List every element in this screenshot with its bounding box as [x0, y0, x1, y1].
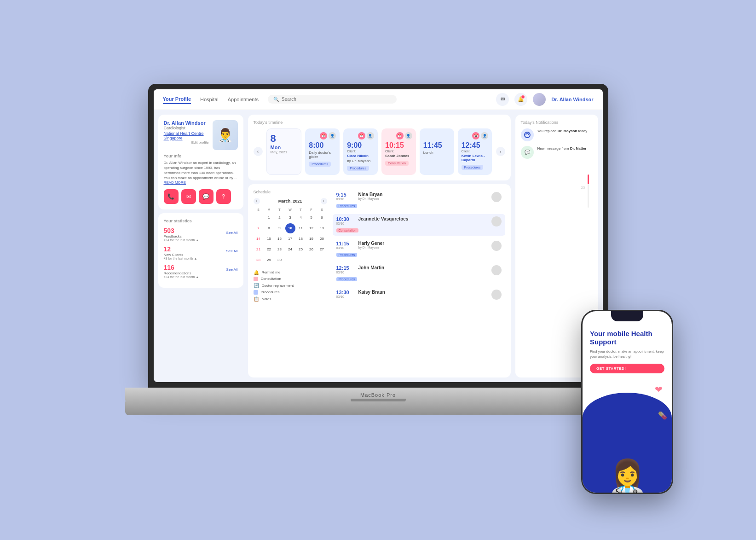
- phone-button[interactable]: 📞: [164, 189, 179, 204]
- appt-1115-date: 03/10: [336, 246, 355, 250]
- cal-day-3[interactable]: 3: [285, 213, 295, 223]
- cal-next[interactable]: ›: [321, 198, 327, 204]
- appt-915-by: by Dr. Mayson: [358, 197, 383, 200]
- cal-header-t1: T: [275, 207, 285, 212]
- doctor-avatar: 👨‍⚕️: [213, 120, 238, 150]
- email-icon: ✉: [186, 193, 191, 200]
- cal-day-23[interactable]: 23: [275, 244, 285, 255]
- search-bar[interactable]: 🔍: [268, 95, 397, 104]
- legend-consultation: Consultation: [254, 277, 327, 281]
- cal-day-28[interactable]: 28: [254, 255, 264, 265]
- cal-day-30[interactable]: 30: [275, 255, 285, 265]
- cal-day-7[interactable]: 7: [254, 223, 264, 233]
- cal-day-6[interactable]: 6: [317, 213, 327, 223]
- edit-profile-link[interactable]: Edit profile: [164, 140, 209, 145]
- appt-915-date: 03/10: [336, 197, 355, 201]
- timeline-prev[interactable]: ‹: [254, 147, 263, 156]
- cal-day-26[interactable]: 26: [306, 244, 317, 255]
- cal-day-19[interactable]: 19: [306, 234, 317, 244]
- profile-hospital[interactable]: National Heart Centre Singapore: [164, 131, 209, 140]
- appt-915-time-col: 9:15 03/10 Procedures: [336, 192, 355, 209]
- cal-day-9[interactable]: 9: [275, 223, 285, 233]
- chat-button[interactable]: 💬: [199, 189, 214, 204]
- appt-1330-time-col: 13:30 03/10: [336, 290, 355, 298]
- cal-header-t2: T: [296, 207, 306, 212]
- message-icon: 💬: [525, 150, 530, 155]
- cal-day-25[interactable]: 25: [296, 244, 306, 255]
- cal-day-12[interactable]: 12: [306, 223, 317, 233]
- cal-day-8[interactable]: 8: [264, 223, 274, 233]
- laptop-bezel: Your Profile Hospital Appointments 🔍 ✉ 🔔: [148, 84, 608, 388]
- tl-client-1245: Kevin Lewis - Capardi: [462, 154, 489, 162]
- scrollbar-thumb[interactable]: [588, 174, 589, 185]
- tl-client-label-1245: Client:: [462, 150, 489, 153]
- stat-clients-label: New Clients: [164, 253, 184, 257]
- cal-day-15[interactable]: 15: [264, 234, 274, 244]
- schedule-label: Schedule: [254, 190, 327, 194]
- cal-day-27[interactable]: 27: [317, 244, 327, 255]
- profile-specialty: Cardiologist: [164, 126, 209, 130]
- cal-day-21[interactable]: 21: [254, 244, 264, 255]
- timeline-next[interactable]: ›: [496, 147, 505, 156]
- tl-icon-7: 📅: [472, 132, 479, 139]
- cal-header-s2: S: [317, 207, 327, 212]
- cal-day-18[interactable]: 18: [296, 234, 306, 244]
- cal-day-10[interactable]: 10: [285, 223, 295, 233]
- phone-cta-button[interactable]: GET STARTED!: [590, 364, 664, 373]
- cal-day-16[interactable]: 16: [275, 234, 285, 244]
- mail-button[interactable]: ✉: [496, 93, 509, 106]
- tl-icon-1: 📅: [320, 132, 327, 139]
- cal-prev[interactable]: ‹: [254, 198, 260, 204]
- cal-day-13[interactable]: 13: [317, 223, 327, 233]
- cal-month: March, 2021: [278, 199, 302, 203]
- feedbacks-see-all[interactable]: See All: [226, 231, 238, 235]
- nav-appointments[interactable]: Appointments: [228, 95, 259, 104]
- profile-bio: Dr. Allan Windsor an expert in cardiolog…: [164, 160, 238, 181]
- timeline-day: Mon: [271, 145, 298, 150]
- appt-1030-time: 10:30: [336, 216, 355, 222]
- tl-time-1245: 12:45: [462, 141, 489, 150]
- cal-day-29[interactable]: 29: [264, 255, 274, 265]
- tl-icon-8: 👤: [481, 132, 488, 139]
- nav-hospital[interactable]: Hospital: [200, 95, 219, 104]
- notification-bell-button[interactable]: 🔔: [514, 93, 527, 106]
- email-button[interactable]: ✉: [181, 189, 196, 204]
- cal-day-1[interactable]: 1: [264, 213, 274, 223]
- notes-icon: 📋: [254, 296, 259, 302]
- cal-day-24[interactable]: 24: [285, 244, 295, 255]
- scrollbar-area: 25: [521, 163, 593, 219]
- cal-day-20[interactable]: 20: [317, 234, 327, 244]
- appt-1115-tag: Procedures: [336, 253, 358, 257]
- cal-day-11[interactable]: 11: [296, 223, 306, 233]
- phone-screen: Your mobile Health Support Find your doc…: [583, 311, 672, 493]
- cal-day-5[interactable]: 5: [306, 213, 317, 223]
- main-content: Dr. Allan Windsor Cardiologist National …: [154, 110, 603, 382]
- clients-see-all[interactable]: See All: [226, 249, 238, 253]
- cal-day-2[interactable]: 2: [275, 213, 285, 223]
- stat-new-clients: 12 New Clients See All +3 for the last m…: [164, 245, 238, 260]
- cal-day-17[interactable]: 17: [285, 234, 295, 244]
- read-more-link[interactable]: READ MORE: [164, 180, 238, 185]
- appt-1115-info: Harly Gener by Dr. Mayson: [358, 241, 385, 249]
- nav-your-profile[interactable]: Your Profile: [163, 95, 191, 104]
- appt-1115-by: by Dr. Mayson: [358, 246, 385, 249]
- svg-point-0: [525, 132, 530, 138]
- help-button[interactable]: ?: [216, 189, 231, 204]
- appt-1215-avatar: [491, 265, 502, 275]
- tl-desc-1145: Lunch: [423, 151, 450, 155]
- cal-day-4[interactable]: 4: [296, 213, 306, 223]
- tl-client-1015: Sarah Jonnes: [385, 154, 412, 158]
- tl-time-1015: 10:15: [385, 141, 412, 150]
- cal-day-22[interactable]: 22: [264, 244, 274, 255]
- cal-day-14[interactable]: 14: [254, 234, 264, 244]
- nav-doctor-name: Dr. Allan Windsor: [551, 97, 593, 102]
- search-input[interactable]: [282, 97, 391, 102]
- reco-see-all[interactable]: See All: [226, 267, 238, 272]
- timeline-date-big: 8: [271, 133, 298, 145]
- legend-replacement-label: Doctor replacement: [262, 284, 294, 288]
- left-panel: Dr. Allan Windsor Cardiologist National …: [158, 115, 243, 377]
- appt-1330-info: Kaisy Braun: [358, 290, 385, 295]
- nav-avatar[interactable]: [533, 93, 546, 106]
- phone-subtitle: Find your doctor, make an appointment, k…: [590, 349, 664, 359]
- bell-icon: 🔔: [518, 96, 524, 102]
